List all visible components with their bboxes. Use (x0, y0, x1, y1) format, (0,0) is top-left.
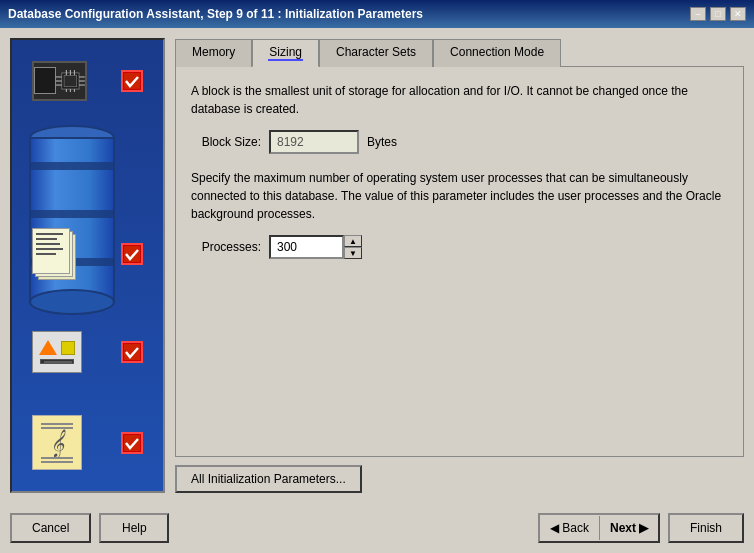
svg-rect-18 (30, 162, 114, 170)
tab-character-sets[interactable]: Character Sets (319, 39, 433, 67)
spinner-down-button[interactable]: ▼ (344, 247, 362, 259)
illustration-panel: 𝄞 (12, 40, 163, 491)
all-initialization-params-button[interactable]: All Initialization Parameters... (175, 465, 362, 493)
window-title: Database Configuration Assistant, Step 9… (8, 7, 423, 21)
block-size-input[interactable] (269, 130, 359, 154)
block-size-row: Block Size: Bytes (191, 130, 728, 154)
check-badge-2 (121, 243, 143, 265)
finish-button[interactable]: Finish (668, 513, 744, 543)
tab-bar[interactable]: Memory Sizing Character Sets Connection … (175, 38, 744, 66)
check-badge-3 (121, 341, 143, 363)
processes-description: Specify the maximum number of operating … (191, 169, 728, 223)
cancel-button[interactable]: Cancel (10, 513, 91, 543)
help-button[interactable]: Help (99, 513, 169, 543)
close-button[interactable]: ✕ (730, 7, 746, 21)
footer-left-buttons[interactable]: Cancel Help (10, 513, 169, 543)
main-area: 𝄞 Memory (10, 38, 744, 493)
footer-right-buttons[interactable]: ◀ Back Next ▶ Finish (538, 513, 744, 543)
processes-label: Processes: (191, 240, 261, 254)
tab-connection-mode[interactable]: Connection Mode (433, 39, 561, 67)
right-panel: Memory Sizing Character Sets Connection … (175, 38, 744, 493)
window-content: 𝄞 Memory (0, 28, 754, 553)
back-next-group[interactable]: ◀ Back Next ▶ (538, 513, 660, 543)
check-badge-1 (121, 70, 143, 92)
processes-input[interactable] (269, 235, 344, 259)
maximize-button[interactable]: □ (710, 7, 726, 21)
svg-point-17 (30, 290, 114, 314)
tab-memory[interactable]: Memory (175, 39, 252, 67)
svg-rect-1 (64, 75, 77, 87)
next-button[interactable]: Next ▶ (600, 515, 658, 541)
block-size-description: A block is the smallest unit of storage … (191, 82, 728, 118)
bottom-area: All Initialization Parameters... (175, 465, 744, 493)
processes-row: Processes: ▲ ▼ (191, 235, 728, 259)
chip-icon (32, 61, 87, 101)
spinner-buttons[interactable]: ▲ ▼ (344, 235, 362, 259)
tab-sizing[interactable]: Sizing (252, 39, 319, 67)
next-arrow-icon: ▶ (639, 521, 648, 535)
icon-row-notes: 𝄞 (22, 410, 153, 475)
left-panel: 𝄞 (10, 38, 165, 493)
icon-row-docs (22, 223, 153, 285)
minimize-button[interactable]: – (690, 7, 706, 21)
footer: Cancel Help ◀ Back Next ▶ Finish (10, 505, 744, 543)
svg-rect-19 (30, 210, 114, 218)
block-size-label: Block Size: (191, 135, 261, 149)
content-area: A block is the smallest unit of storage … (175, 66, 744, 457)
block-size-units: Bytes (367, 135, 397, 149)
title-bar: Database Configuration Assistant, Step 9… (0, 0, 754, 28)
back-arrow-icon: ◀ (550, 521, 559, 535)
processes-spinner[interactable]: ▲ ▼ (269, 235, 362, 259)
icon-row-shapes (22, 326, 153, 378)
window-controls[interactable]: – □ ✕ (690, 7, 746, 21)
spinner-up-button[interactable]: ▲ (344, 235, 362, 247)
back-button[interactable]: ◀ Back (540, 515, 599, 541)
icon-row-chip (22, 56, 153, 106)
check-badge-4 (121, 432, 143, 454)
